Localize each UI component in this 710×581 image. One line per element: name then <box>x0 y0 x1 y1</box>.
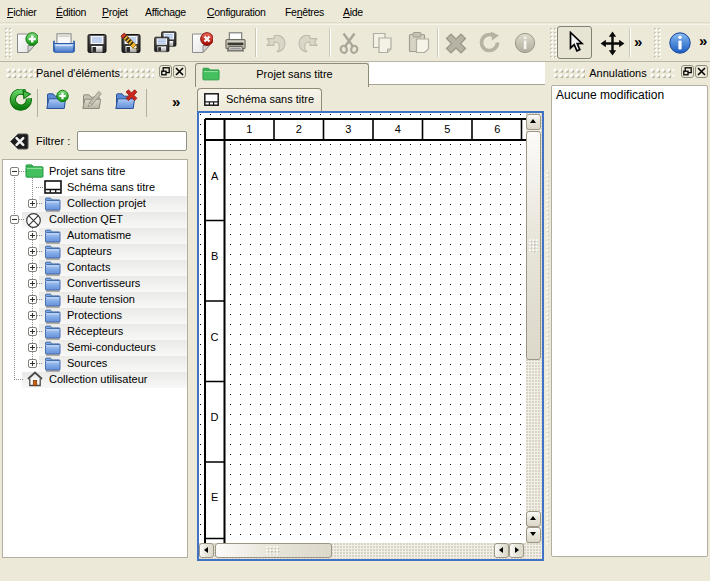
svg-text:D: D <box>211 411 219 423</box>
svg-text:4: 4 <box>395 123 401 135</box>
svg-text:B: B <box>211 250 218 262</box>
svg-text:E: E <box>211 491 218 503</box>
svg-text:5: 5 <box>444 123 450 135</box>
svg-text:2: 2 <box>296 123 302 135</box>
svg-text:3: 3 <box>345 123 351 135</box>
svg-text:6: 6 <box>494 123 500 135</box>
svg-text:1: 1 <box>246 123 252 135</box>
svg-text:C: C <box>211 331 219 343</box>
svg-text:A: A <box>211 170 219 182</box>
